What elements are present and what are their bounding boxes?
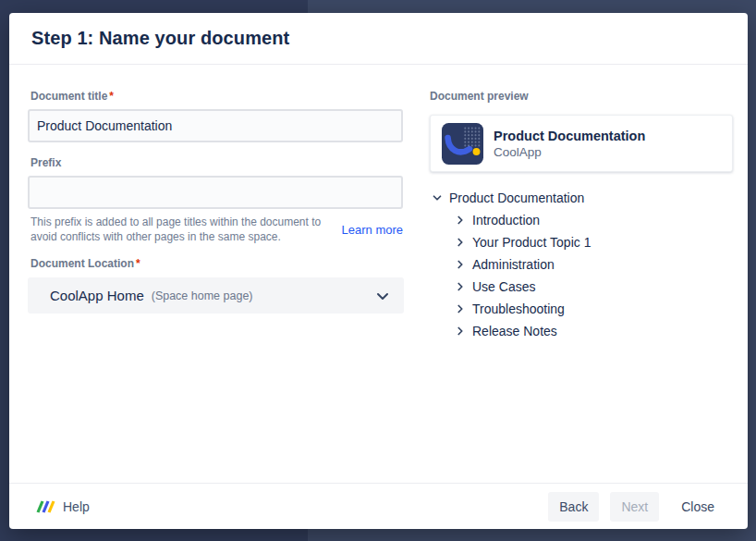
tree-item-label: Your Product Topic 1 [472,235,591,250]
modal-footer: Help Back Next Close [9,483,748,529]
next-button[interactable]: Next [610,492,659,522]
chevron-right-icon[interactable] [453,324,468,338]
tree-item-label: Administration [472,257,555,272]
chevron-right-icon[interactable] [453,279,468,294]
tree-item-label: Release Notes [472,324,557,338]
help-button[interactable]: Help [35,498,90,515]
preview-card-title: Product Documentation [494,129,645,143]
tree-row[interactable]: Release Notes [430,320,733,342]
document-title-label: Document title* [30,90,403,103]
modal-title: Step 1: Name your document [31,28,289,49]
document-preview-card: Product Documentation CoolApp [430,115,733,172]
prefix-helper-text: This prefix is added to all page titles … [30,215,336,244]
tree-item-label: Introduction [472,213,540,227]
chevron-right-icon[interactable] [453,301,468,316]
modal-body: Document title* Prefix This prefix is ad… [9,65,748,483]
tree-row[interactable]: Use Cases [430,276,733,298]
tree-row-root[interactable]: Product Documentation [430,187,733,209]
prefix-label: Prefix [30,156,403,169]
tree-row[interactable]: Troubleshooting [430,298,733,320]
back-button[interactable]: Back [548,492,599,522]
preview-column: Document preview Produ [430,90,733,483]
chevron-right-icon[interactable] [453,235,468,250]
location-selected-value: CoolApp Home [50,288,144,303]
close-button[interactable]: Close [670,492,726,522]
preview-card-text: Product Documentation CoolApp [494,129,645,159]
create-document-modal: Step 1: Name your document Document titl… [9,13,748,529]
document-thumbnail-icon [442,123,483,165]
tree-row[interactable]: Administration [430,253,733,276]
required-asterisk: * [136,257,140,270]
form-column: Document title* Prefix This prefix is ad… [28,90,403,483]
chevron-right-icon[interactable] [453,213,468,227]
tree-item-label: Troubleshooting [472,301,565,316]
tree-row[interactable]: Your Product Topic 1 [430,231,733,253]
document-location-label: Document Location* [30,257,403,270]
document-preview-label: Document preview [430,90,733,103]
tree-item-label: Use Cases [472,279,535,294]
document-tree: Product Documentation Introduction Your … [430,187,733,342]
prefix-helper-row: This prefix is added to all page titles … [28,215,403,244]
modal-header: Step 1: Name your document [9,13,748,65]
required-asterisk: * [109,90,114,103]
chevron-down-icon [374,288,391,304]
footer-buttons: Back Next Close [548,492,726,522]
chevron-down-icon[interactable] [430,191,445,205]
preview-card-subtitle: CoolApp [494,145,645,159]
tree-item-label: Product Documentation [449,191,584,205]
learn-more-link[interactable]: Learn more [342,223,403,237]
chevron-right-icon[interactable] [453,257,468,272]
help-label: Help [63,499,90,514]
k15t-logo-icon [35,498,55,515]
location-hint: (Space home page) [152,289,253,302]
document-title-input[interactable] [28,109,403,142]
tree-row[interactable]: Introduction [430,209,733,231]
prefix-input[interactable] [28,176,403,209]
document-location-select[interactable]: CoolApp Home (Space home page) [28,277,404,314]
